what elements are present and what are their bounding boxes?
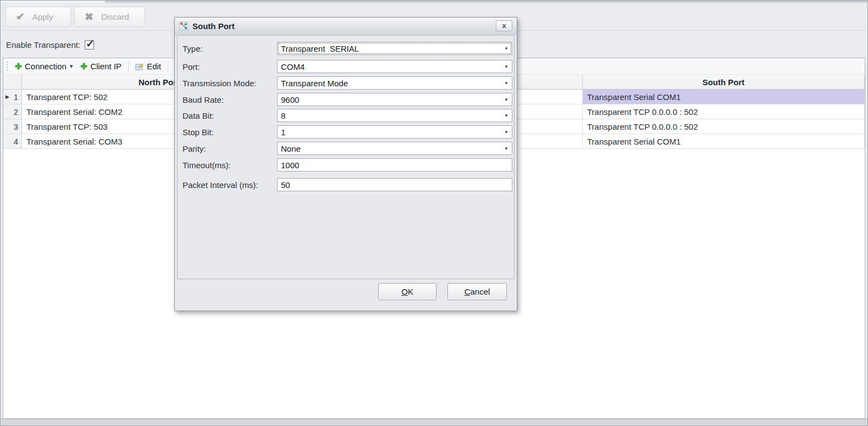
green-plus-icon: [80, 63, 87, 70]
row-selector[interactable]: 2: [3, 104, 22, 119]
data-bit-value: 8: [278, 111, 501, 120]
discard-x-icon: ✖: [85, 10, 93, 23]
port-value: COM4: [278, 62, 501, 71]
row-number: 2: [14, 107, 18, 117]
window-bottom-edge: [1, 419, 867, 425]
close-icon: x: [502, 22, 506, 29]
checkmark-icon: ✓: [86, 37, 95, 50]
chevron-down-icon: ▾: [70, 63, 73, 70]
port-combobox[interactable]: COM4 ▼: [277, 60, 512, 73]
packet-interval-label: Packet Interval (ms):: [183, 178, 258, 191]
ok-button[interactable]: OK: [378, 283, 436, 300]
cancel-button-label: ancel: [470, 287, 490, 296]
data-bit-combobox[interactable]: 8 ▼: [277, 109, 512, 122]
row-selector[interactable]: ▶ 1: [3, 90, 22, 104]
edit-form-icon: [135, 62, 144, 71]
packet-interval-input[interactable]: [277, 178, 512, 191]
close-button[interactable]: x: [496, 20, 512, 31]
timeout-label: Timeout(ms):: [183, 158, 231, 171]
type-combobox[interactable]: Transparent SERIAL ▼: [277, 42, 512, 55]
data-bit-label: Data Bit:: [183, 109, 214, 122]
app-window: { "toolbar": { "apply_label": "Apply", "…: [0, 0, 868, 426]
row-indicator-header: [3, 75, 22, 90]
toolstrip-grip-handle[interactable]: [7, 62, 8, 71]
add-client-ip-label: Client IP: [90, 62, 121, 71]
parity-label: Parity:: [183, 142, 206, 155]
chevron-down-icon[interactable]: ▼: [501, 113, 512, 118]
enable-transparent-checkbox[interactable]: ✓: [85, 40, 94, 49]
chevron-down-icon[interactable]: ▼: [501, 97, 512, 102]
apply-check-icon: ✔: [16, 10, 25, 23]
stop-bit-combobox[interactable]: 1 ▼: [277, 125, 512, 139]
baud-rate-combobox[interactable]: 9600 ▼: [277, 93, 512, 106]
apply-button-label: Apply: [32, 12, 53, 21]
baud-rate-value: 9600: [278, 95, 501, 104]
apply-button[interactable]: ✔ Apply: [5, 7, 71, 27]
cancel-button-mnemonic: C: [465, 287, 471, 296]
row-selector[interactable]: 3: [3, 119, 22, 134]
chevron-down-icon[interactable]: ▼: [501, 130, 512, 135]
stop-bit-label: Stop Bit:: [183, 125, 214, 139]
parity-combobox[interactable]: None ▼: [277, 142, 512, 155]
add-client-ip-button[interactable]: Client IP: [76, 60, 125, 73]
baud-rate-label: Baud Rate:: [183, 93, 224, 106]
enable-transparent-label: Enable Transparent:: [6, 40, 80, 49]
dialog-titlebar[interactable]: South Port x: [175, 18, 517, 35]
timeout-input[interactable]: [277, 158, 512, 171]
transmission-mode-label: Transmission Mode:: [183, 76, 257, 90]
column-header-south-port[interactable]: South Port: [583, 75, 865, 90]
south-port-dialog: South Port x Type: Transparent SERIAL ▼ …: [174, 17, 517, 311]
south-port-cell[interactable]: Transparent TCP 0.0.0.0 : 502: [583, 119, 865, 134]
south-port-cell[interactable]: Transparent Serial COM1: [583, 134, 865, 149]
type-value: Transparent SERIAL: [278, 44, 501, 53]
edit-button-label: Edit: [147, 62, 161, 71]
edit-button[interactable]: Edit: [131, 60, 165, 73]
type-label: Type:: [183, 42, 203, 55]
chevron-down-icon[interactable]: ▼: [501, 81, 512, 86]
chevron-down-icon[interactable]: ▼: [501, 46, 512, 51]
toolbar-separator: [168, 61, 168, 72]
toolbar-separator: [128, 61, 129, 72]
transmission-mode-combobox[interactable]: Transparent Mode ▼: [277, 76, 512, 90]
row-number: 4: [14, 137, 18, 146]
south-port-cell[interactable]: Transparent Serial COM1: [583, 90, 865, 104]
green-plus-icon: [15, 63, 22, 70]
ok-button-mnemonic: O: [401, 287, 408, 296]
discard-button-label: Discard: [101, 12, 129, 21]
ok-button-label: K: [408, 287, 413, 296]
discard-button[interactable]: ✖ Discard: [74, 7, 145, 27]
dialog-title: South Port: [192, 21, 235, 31]
dialog-app-icon: [179, 21, 188, 30]
cancel-button[interactable]: Cancel: [447, 283, 507, 300]
stop-bit-value: 1: [278, 128, 501, 137]
chevron-down-icon[interactable]: ▼: [501, 146, 512, 151]
current-row-pointer-icon: ▶: [5, 94, 9, 99]
add-connection-button[interactable]: Connection ▾: [11, 60, 76, 73]
row-selector[interactable]: 4: [3, 134, 22, 149]
chevron-down-icon[interactable]: ▼: [501, 64, 512, 69]
row-number: 3: [14, 122, 18, 131]
port-label: Port:: [183, 60, 200, 73]
transmission-mode-value: Transparent Mode: [278, 79, 501, 88]
south-port-cell[interactable]: Transparent TCP 0.0.0.0 : 502: [583, 104, 865, 119]
add-connection-label: Connection: [25, 62, 67, 71]
row-number: 1: [14, 92, 18, 102]
parity-value: None: [278, 144, 501, 153]
